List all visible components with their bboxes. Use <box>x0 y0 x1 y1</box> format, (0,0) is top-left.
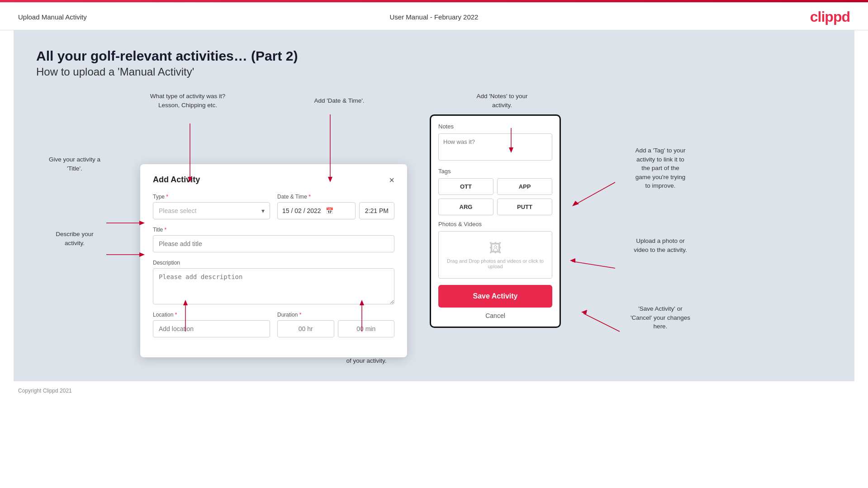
main-content: All your golf-relevant activities… (Part… <box>14 30 854 381</box>
svg-line-18 <box>572 261 615 268</box>
datetime-ann-text: Add 'Date & Time'. <box>303 96 375 105</box>
photo-icon: 🖼 <box>443 241 547 256</box>
phone-inner: Notes Tags OTT APP ARG PUTT Photos & Vid… <box>431 116 560 327</box>
notes-textarea[interactable] <box>438 133 552 161</box>
footer: Copyright Clippd 2021 <box>0 381 868 400</box>
date-input[interactable]: 15 / 02 / 2022 📅 <box>277 202 356 219</box>
photo-annotation: Upload a photo orvideo to the activity. <box>611 237 710 254</box>
title-input[interactable] <box>153 235 394 252</box>
type-label: Type * <box>153 194 270 200</box>
tags-grid: OTT APP ARG PUTT <box>438 178 552 215</box>
svg-marker-17 <box>572 201 579 206</box>
page-title-main: All your golf-relevant activities… (Part… <box>36 48 832 64</box>
photo-upload-box[interactable]: 🖼 Drag and Drop photos and videos or cli… <box>438 231 552 279</box>
tag-arg[interactable]: ARG <box>438 199 493 215</box>
save-activity-button[interactable]: Save Activity <box>438 285 552 308</box>
modal-close-button[interactable]: × <box>389 175 394 185</box>
photos-section-label: Photos & Videos <box>438 221 552 227</box>
calendar-icon[interactable]: 📅 <box>326 207 333 214</box>
content-layout: Give your activity a'Title'. Describe yo… <box>36 92 832 363</box>
save-ann-text: 'Save Activity' or'Cancel' your changesh… <box>611 304 710 331</box>
time-input[interactable]: 2:21 PM <box>359 202 394 219</box>
title-ann-text: Give your activity a'Title'. <box>36 155 113 173</box>
tags-section-label: Tags <box>438 168 552 175</box>
duration-min-input[interactable] <box>338 320 395 337</box>
type-select[interactable]: Please select <box>153 202 270 219</box>
tag-ott[interactable]: OTT <box>438 178 493 195</box>
svg-marker-19 <box>570 258 575 263</box>
title-label: Title * <box>153 227 394 233</box>
duration-group: Duration * <box>277 312 394 337</box>
save-annotation: 'Save Activity' or'Cancel' your changesh… <box>611 304 710 331</box>
phone-panel: Notes Tags OTT APP ARG PUTT Photos & Vid… <box>430 114 561 328</box>
datetime-group: Date & Time * 15 / 02 / 2022 📅 2:21 PM <box>277 194 394 219</box>
notes-ann-text: Add 'Notes' to youractivity. <box>457 92 547 109</box>
notes-section-label: Notes <box>438 123 552 130</box>
tag-app[interactable]: APP <box>497 178 552 195</box>
tag-ann-text: Add a 'Tag' to youractivity to link it t… <box>611 146 710 190</box>
location-label: Location * <box>153 312 270 318</box>
modal-title: Add Activity <box>153 175 200 185</box>
location-group: Location * <box>153 312 270 337</box>
photo-ann-text: Upload a photo orvideo to the activity. <box>611 237 710 254</box>
desc-annotation: Describe youractivity. <box>36 230 113 247</box>
copyright: Copyright Clippd 2021 <box>18 388 72 394</box>
duration-label: Duration * <box>277 312 394 318</box>
page-title-sub: How to upload a 'Manual Activity' <box>36 66 832 78</box>
photo-upload-text: Drag and Drop photos and videos or click… <box>443 258 547 269</box>
cancel-link[interactable]: Cancel <box>438 312 552 327</box>
desc-group: Description <box>153 260 394 304</box>
title-group: Title * <box>153 227 394 252</box>
page-title-block: All your golf-relevant activities… (Part… <box>36 48 832 78</box>
header-left: Upload Manual Activity <box>18 13 87 21</box>
type-select-wrapper[interactable]: Please select ▾ <box>153 202 270 219</box>
location-input[interactable] <box>153 320 270 337</box>
logo: clippd <box>810 9 850 25</box>
svg-line-16 <box>574 182 615 205</box>
datetime-label: Date & Time * <box>277 194 394 200</box>
duration-hr-input[interactable] <box>277 320 334 337</box>
desc-label: Description <box>153 260 394 266</box>
add-activity-modal: Add Activity × Type * Please select ▾ <box>140 164 407 357</box>
tag-annotation: Add a 'Tag' to youractivity to link it t… <box>611 146 710 190</box>
notes-annotation: Add 'Notes' to youractivity. <box>457 92 547 109</box>
modal-header: Add Activity × <box>153 175 394 185</box>
location-duration-row: Location * Duration * <box>153 312 394 337</box>
desc-textarea[interactable] <box>153 268 394 304</box>
type-group: Type * Please select ▾ <box>153 194 270 219</box>
datetime-annotation: Add 'Date & Time'. <box>303 96 375 105</box>
type-ann-text: What type of activity was it?Lesson, Chi… <box>136 92 240 109</box>
tag-putt[interactable]: PUTT <box>497 199 552 215</box>
title-annotation: Give your activity a'Title'. <box>36 155 113 173</box>
header-center: User Manual - February 2022 <box>390 13 479 21</box>
svg-marker-21 <box>581 310 587 314</box>
datetime-inputs: 15 / 02 / 2022 📅 2:21 PM <box>277 202 394 219</box>
desc-ann-text: Describe youractivity. <box>36 230 113 247</box>
type-date-row: Type * Please select ▾ Date & Time * <box>153 194 394 219</box>
duration-inputs <box>277 320 394 337</box>
header: Upload Manual Activity User Manual - Feb… <box>0 2 868 30</box>
type-annotation: What type of activity was it?Lesson, Chi… <box>136 92 240 109</box>
